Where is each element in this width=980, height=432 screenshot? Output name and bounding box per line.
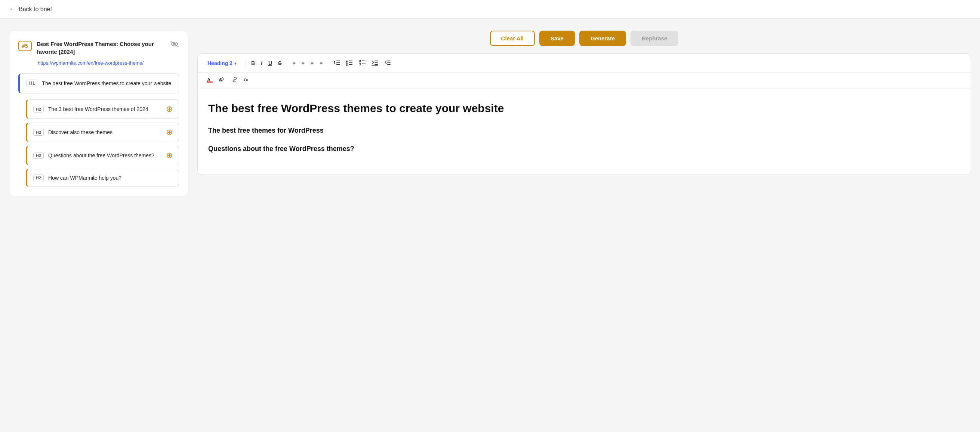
heading-select[interactable]: Heading 2 ⬧ — [204, 59, 240, 68]
clear-all-button[interactable]: Clear All — [490, 31, 535, 46]
toolbar-separator-2 — [287, 59, 287, 67]
h2-text-3: Questions about the free WordPress theme… — [48, 152, 161, 159]
editor-format-toolbar-row2: A A I x — [198, 73, 970, 89]
editor-content[interactable]: The best free WordPress themes to create… — [198, 89, 970, 175]
article-url[interactable]: https://wpmarmite.com/en/free-wordpress-… — [38, 60, 179, 66]
svg-rect-2 — [336, 60, 340, 61]
h2-badge-2: H2 — [33, 129, 44, 136]
h2-text-1: The 3 best free WordPress themes of 2024 — [48, 106, 161, 112]
svg-point-6 — [346, 62, 348, 64]
svg-rect-15 — [374, 60, 378, 61]
svg-rect-19 — [387, 60, 391, 61]
toolbar-separator-3 — [328, 59, 328, 67]
svg-point-7 — [346, 64, 348, 66]
rephrase-button[interactable]: Rephrase — [630, 31, 678, 46]
add-h2-btn-1[interactable]: ⊕ — [166, 105, 173, 113]
editor-heading-1: The best free WordPress themes to create… — [208, 101, 960, 116]
underline-button[interactable]: U — [266, 59, 274, 67]
h2-list: H2 The 3 best free WordPress themes of 2… — [26, 99, 179, 187]
article-number-badge: #5 — [18, 41, 32, 51]
svg-rect-16 — [374, 62, 378, 63]
add-h2-btn-2[interactable]: ⊕ — [166, 128, 173, 137]
heading-select-label: Heading 2 — [207, 60, 232, 66]
editor-heading-2-1: The best free themes for WordPress — [208, 126, 960, 135]
svg-rect-18 — [372, 65, 378, 66]
svg-rect-12 — [362, 60, 366, 61]
svg-text:x: x — [246, 78, 248, 82]
h2-text-4: How can WPMarmite help you? — [48, 175, 173, 181]
add-h2-btn-3[interactable]: ⊕ — [166, 151, 173, 160]
svg-rect-10 — [349, 64, 352, 65]
chevron-down-icon: ⬧ — [234, 60, 237, 66]
align-left-button[interactable]: ≡ — [290, 59, 298, 67]
h2-item: H2 How can WPMarmite help you? — [26, 169, 179, 187]
back-arrow-icon: ← — [9, 5, 16, 13]
svg-text:1.: 1. — [333, 60, 337, 65]
svg-rect-17 — [374, 64, 378, 65]
h2-badge-3: H2 — [33, 152, 44, 159]
checklist-button[interactable] — [356, 58, 368, 68]
main-layout: #5 Best Free WordPress Themes: Choose yo… — [0, 19, 980, 428]
article-card: #5 Best Free WordPress Themes: Choose yo… — [9, 31, 188, 196]
unordered-list-button[interactable] — [344, 58, 355, 68]
left-panel: #5 Best Free WordPress Themes: Choose yo… — [9, 31, 188, 416]
h2-badge-4: H2 — [33, 175, 44, 181]
h2-item: H2 The 3 best free WordPress themes of 2… — [26, 99, 179, 119]
ordered-list-button[interactable]: 1. — [331, 58, 342, 68]
svg-rect-4 — [336, 64, 340, 65]
back-to-brief-label: Back to brief — [19, 6, 52, 13]
clear-format-button[interactable]: I x — [242, 75, 253, 85]
svg-text:I: I — [244, 76, 245, 82]
h1-badge: H1 — [27, 79, 37, 87]
svg-rect-14 — [362, 64, 366, 64]
highlight-button[interactable]: A — [216, 75, 228, 85]
italic-button[interactable]: I — [259, 59, 265, 67]
h1-block: H1 The best free WordPress themes to cre… — [18, 73, 179, 94]
article-header: #5 Best Free WordPress Themes: Choose yo… — [18, 40, 179, 56]
h2-item: H2 Questions about the free WordPress th… — [26, 146, 179, 165]
back-to-brief-link[interactable]: ← Back to brief — [9, 5, 52, 13]
h2-text-2: Discover also these themes — [48, 129, 161, 135]
save-button[interactable]: Save — [539, 31, 575, 46]
strikethrough-button[interactable]: S — [276, 59, 284, 67]
editor-card: Heading 2 ⬧ B I U S ≡ ≡ ≡ ≡ 1. — [197, 54, 971, 175]
svg-rect-21 — [387, 64, 391, 65]
indent-button[interactable] — [369, 58, 380, 68]
h2-badge-1: H2 — [33, 106, 44, 113]
article-title: Best Free WordPress Themes: Choose your … — [37, 40, 165, 56]
top-bar: ← Back to brief — [0, 0, 980, 19]
h1-text: The best free WordPress themes to create… — [42, 80, 172, 86]
right-panel: Clear All Save Generate Rephrase Heading… — [197, 31, 971, 416]
outdent-button[interactable] — [382, 58, 393, 68]
svg-rect-8 — [349, 60, 352, 61]
align-center-button[interactable]: ≡ — [299, 59, 307, 67]
hide-icon[interactable] — [170, 41, 179, 49]
toolbar-separator — [245, 59, 246, 67]
align-right-button[interactable]: ≡ — [309, 59, 316, 67]
editor-format-toolbar: Heading 2 ⬧ B I U S ≡ ≡ ≡ ≡ 1. — [198, 54, 970, 73]
svg-rect-3 — [336, 62, 340, 63]
editor-toolbar-row: Clear All Save Generate Rephrase — [197, 31, 971, 46]
bold-button[interactable]: B — [249, 59, 257, 67]
align-justify-button[interactable]: ≡ — [317, 59, 325, 67]
svg-point-5 — [346, 60, 348, 62]
svg-rect-23 — [207, 81, 213, 83]
svg-rect-9 — [349, 62, 352, 63]
editor-heading-2-2: Questions about the free WordPress theme… — [208, 144, 960, 154]
svg-rect-13 — [359, 63, 361, 65]
svg-rect-20 — [387, 62, 391, 63]
link-button[interactable] — [229, 75, 240, 85]
text-color-button[interactable]: A — [204, 75, 215, 85]
generate-button[interactable]: Generate — [579, 31, 626, 46]
h2-item: H2 Discover also these themes ⊕ — [26, 122, 179, 142]
